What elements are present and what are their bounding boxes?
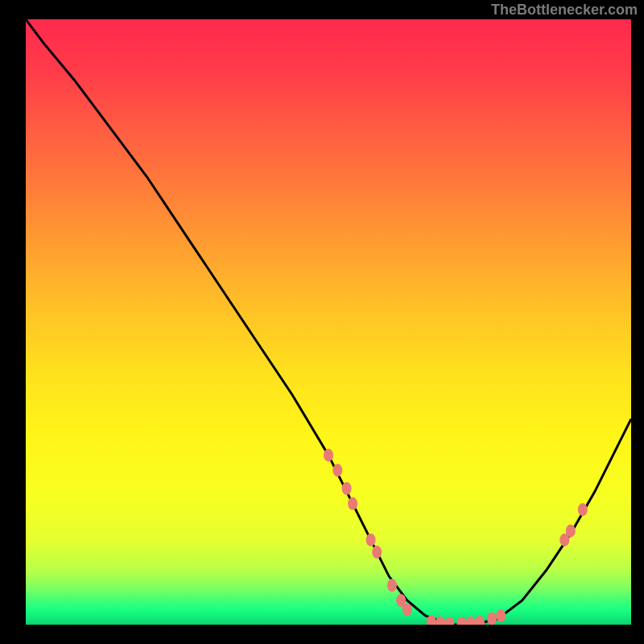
data-marker (332, 464, 342, 477)
data-marker (475, 616, 485, 625)
data-marker (387, 579, 397, 592)
data-marker (456, 617, 466, 625)
data-marker (496, 609, 506, 622)
data-marker (444, 617, 454, 625)
bottleneck-curve-line (26, 19, 631, 625)
data-marker (436, 617, 445, 625)
attribution-text: TheBottlenecker.com (491, 2, 638, 19)
data-marker (487, 613, 497, 625)
data-marker (324, 448, 333, 461)
data-marker (466, 617, 476, 625)
data-marker (342, 482, 352, 495)
data-marker (366, 534, 376, 547)
data-marker (578, 503, 588, 516)
data-marker (348, 497, 357, 510)
data-marker (372, 546, 382, 559)
data-marker (566, 524, 576, 537)
chart-plot-area (26, 19, 631, 625)
chart-svg (26, 19, 631, 625)
data-markers-group (324, 448, 588, 625)
data-marker (402, 603, 412, 616)
